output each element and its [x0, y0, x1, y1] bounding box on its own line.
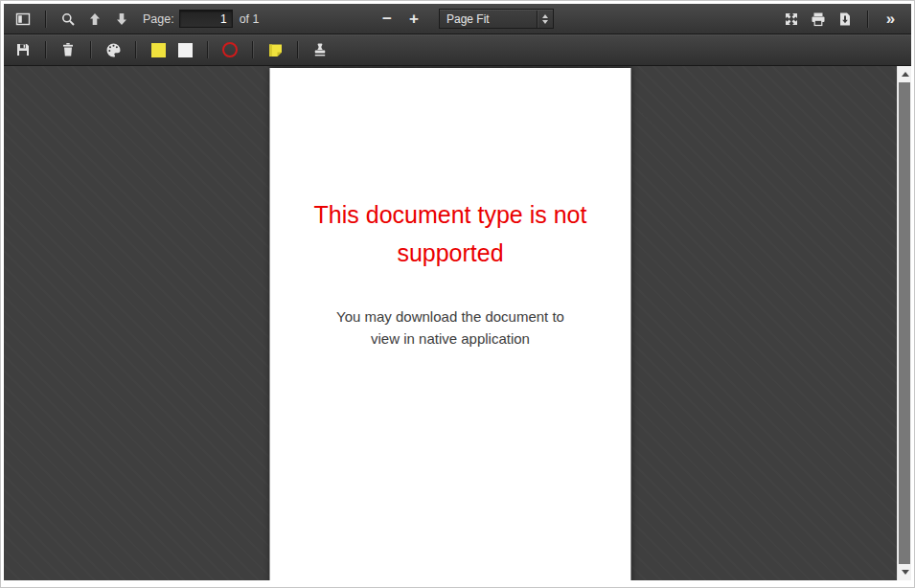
- pdf-viewer-window: Page: of 1 − + Page Fit: [0, 0, 915, 588]
- red-circle-icon: [222, 42, 238, 57]
- toolbar-left-group: Page: of 1: [4, 4, 260, 34]
- annotation-toolbar: [4, 34, 911, 66]
- unsupported-document-message: This document type is not supported: [307, 195, 594, 272]
- delete-button[interactable]: [55, 37, 81, 62]
- scroll-up-icon: [902, 72, 909, 77]
- document-viewer: This document type is not supported You …: [4, 66, 911, 580]
- page-count-label: of 1: [240, 12, 260, 26]
- palette-icon: [105, 42, 122, 58]
- save-button[interactable]: [10, 37, 36, 62]
- stamp-icon: [312, 42, 328, 57]
- page-up-icon: [87, 11, 103, 27]
- toolbar-separator: [207, 41, 208, 58]
- next-page-button[interactable]: [108, 7, 135, 32]
- vertical-scrollbar[interactable]: [897, 66, 911, 580]
- zoom-out-icon: −: [382, 11, 392, 27]
- main-toolbar: Page: of 1 − + Page Fit: [4, 4, 911, 34]
- palette-button[interactable]: [100, 37, 126, 62]
- more-tools-button[interactable]: »: [877, 7, 904, 32]
- trash-icon: [60, 42, 76, 57]
- page-label: Page:: [143, 12, 174, 26]
- page-down-icon: [114, 11, 129, 27]
- scroll-down-icon: [902, 570, 909, 575]
- download-icon: [837, 11, 853, 27]
- page-number-input[interactable]: [179, 10, 233, 28]
- sidebar-toggle-icon: [15, 11, 31, 27]
- zoom-in-icon: +: [409, 11, 419, 27]
- toolbar-separator: [90, 41, 91, 58]
- toolbar-separator: [45, 11, 46, 28]
- scrollbar-thumb[interactable]: [899, 82, 910, 564]
- sticky-note-button[interactable]: [262, 37, 288, 62]
- presentation-mode-icon: [784, 11, 799, 27]
- shape-white-icon: [178, 43, 193, 57]
- toolbar-separator: [867, 11, 868, 28]
- print-icon: [811, 11, 826, 27]
- download-button[interactable]: [832, 7, 858, 32]
- document-page: This document type is not supported You …: [270, 68, 631, 580]
- more-tools-icon: »: [886, 10, 894, 29]
- scroll-down-button[interactable]: [898, 564, 911, 580]
- zoom-level-value: Page Fit: [446, 12, 490, 26]
- print-button[interactable]: [805, 7, 832, 32]
- toolbar-separator: [297, 41, 298, 58]
- previous-page-button[interactable]: [81, 7, 108, 32]
- save-icon: [15, 42, 31, 57]
- select-arrows-icon: [542, 14, 548, 24]
- sidebar-toggle-button[interactable]: [10, 7, 36, 32]
- search-icon: [60, 11, 76, 27]
- search-button[interactable]: [55, 7, 81, 32]
- toolbar-separator: [45, 41, 46, 58]
- toolbar-separator: [252, 41, 253, 58]
- highlight-yellow-button[interactable]: [145, 37, 172, 62]
- shape-white-button[interactable]: [172, 37, 198, 62]
- toolbar-zoom-group: − + Page Fit: [374, 4, 554, 34]
- sticky-note-icon: [267, 42, 284, 58]
- annotation-tools-group: [4, 34, 333, 65]
- circle-tool-button[interactable]: [217, 37, 243, 62]
- toolbar-separator: [135, 41, 136, 58]
- zoom-out-button[interactable]: −: [374, 7, 400, 32]
- zoom-in-button[interactable]: +: [400, 7, 427, 32]
- page-area: This document type is not supported You …: [4, 66, 897, 580]
- scroll-up-button[interactable]: [898, 66, 911, 82]
- presentation-mode-button[interactable]: [778, 7, 805, 32]
- highlight-yellow-icon: [151, 43, 166, 57]
- download-hint-message: You may download the document to view in…: [325, 305, 576, 350]
- stamp-button[interactable]: [307, 37, 333, 62]
- toolbar-right-group: »: [778, 4, 904, 34]
- zoom-level-select[interactable]: Page Fit: [439, 9, 554, 29]
